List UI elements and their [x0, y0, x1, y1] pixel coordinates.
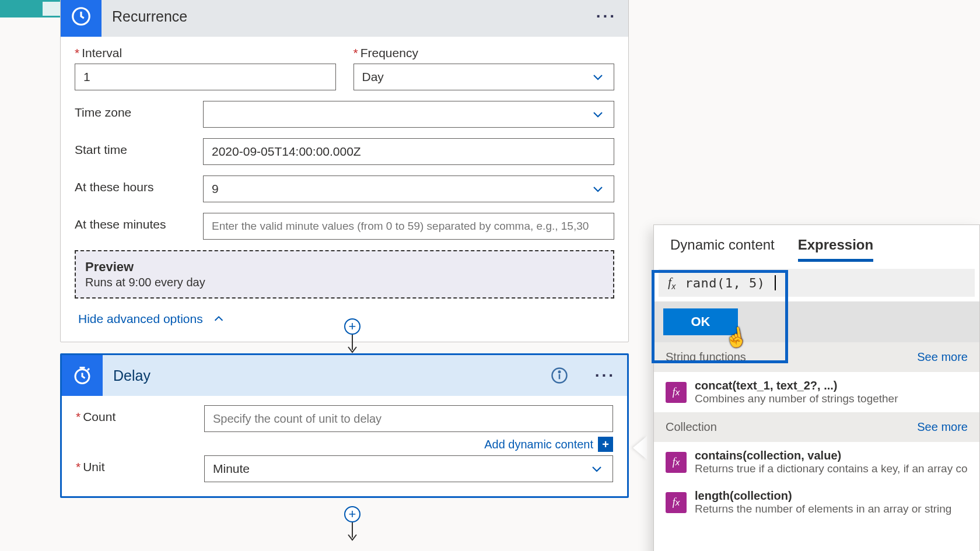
- chevron-down-icon: [590, 107, 606, 122]
- add-step-button[interactable]: +: [344, 318, 360, 335]
- hours-label: At these hours: [75, 176, 191, 194]
- string-functions-label: String functions: [666, 350, 746, 364]
- string-functions-header: String functions See more: [654, 342, 979, 372]
- length-signature: length(collection): [695, 489, 968, 503]
- chevron-down-icon: [590, 181, 606, 196]
- chevron-up-icon: [211, 311, 226, 327]
- formula-bar: fx rand(1, 5): [659, 269, 975, 297]
- unit-label: *Unit: [76, 455, 192, 474]
- callout-arrow-icon: [633, 436, 647, 459]
- minutes-input[interactable]: [203, 213, 614, 240]
- plus-icon[interactable]: +: [598, 437, 613, 452]
- frequency-dropdown[interactable]: Day: [354, 64, 615, 90]
- frequency-label: *Frequency: [354, 46, 615, 60]
- hide-advanced-label: Hide advanced options: [78, 312, 203, 326]
- contains-signature: contains(collection, value): [695, 449, 968, 462]
- fx-badge-icon: fx: [666, 382, 687, 403]
- unit-dropdown[interactable]: Minute: [204, 455, 613, 482]
- more-icon[interactable]: ···: [595, 366, 615, 385]
- minutes-label: At these minutes: [75, 213, 191, 231]
- preview-title: Preview: [85, 259, 604, 275]
- expression-panel: Dynamic content Expression fx rand(1, 5)…: [653, 224, 980, 551]
- delay-icon: [62, 355, 103, 396]
- info-icon[interactable]: [551, 367, 568, 384]
- chevron-down-icon: [589, 461, 604, 476]
- starttime-input[interactable]: [203, 138, 614, 165]
- chevron-down-icon: [590, 69, 606, 85]
- svg-point-5: [558, 371, 560, 373]
- frequency-value: Day: [362, 70, 384, 84]
- recurrence-icon: [61, 0, 102, 37]
- see-more-link[interactable]: See more: [917, 420, 968, 434]
- fx-icon: fx: [668, 275, 676, 291]
- hours-dropdown[interactable]: 9: [203, 176, 614, 202]
- ok-button[interactable]: OK: [663, 308, 738, 335]
- recurrence-title: Recurrence: [112, 8, 586, 25]
- panel-tabs: Dynamic content Expression: [654, 225, 979, 264]
- tab-dynamic-content[interactable]: Dynamic content: [670, 237, 775, 262]
- unit-value: Minute: [213, 462, 250, 476]
- tab-expression[interactable]: Expression: [798, 237, 873, 262]
- concat-signature: concat(text_1, text_2?, ...): [695, 379, 968, 392]
- timezone-label: Time zone: [75, 101, 191, 120]
- fx-badge-icon: fx: [666, 492, 687, 513]
- flow-connector: +: [344, 506, 360, 545]
- function-contains[interactable]: fx contains(collection, value) Returns t…: [654, 442, 979, 482]
- timezone-dropdown[interactable]: [203, 101, 614, 128]
- see-more-link[interactable]: See more: [917, 350, 968, 364]
- length-description: Returns the number of elements in an arr…: [695, 503, 968, 515]
- recurrence-header: Recurrence ···: [61, 0, 628, 37]
- delay-card: Delay ··· *Count Add dynamic content + *…: [60, 353, 629, 498]
- concat-description: Combines any number of strings together: [695, 392, 968, 405]
- text-caret: [775, 275, 776, 290]
- arrow-down-icon: [346, 522, 358, 545]
- function-length[interactable]: fx length(collection) Returns the number…: [654, 482, 979, 522]
- delay-header: Delay ···: [62, 355, 627, 396]
- hours-value: 9: [212, 182, 219, 196]
- more-icon[interactable]: ···: [596, 7, 617, 26]
- collection-header: Collection See more: [654, 412, 979, 442]
- next-step-icon: [2, 2, 43, 16]
- count-input[interactable]: [204, 405, 613, 432]
- preview-box: Preview Runs at 9:00 every day: [75, 250, 614, 299]
- starttime-label: Start time: [75, 138, 191, 157]
- contains-description: Returns true if a dictionary contains a …: [695, 462, 968, 475]
- delay-title: Delay: [113, 367, 540, 384]
- fx-badge-icon: fx: [666, 452, 687, 473]
- recurrence-card: Recurrence ··· *Interval *Frequency Day …: [60, 0, 629, 342]
- interval-input[interactable]: [75, 64, 336, 90]
- count-label: *Count: [76, 405, 192, 424]
- flow-connector: +: [344, 318, 360, 357]
- formula-input[interactable]: rand(1, 5): [685, 276, 765, 290]
- collection-label: Collection: [666, 420, 717, 434]
- add-step-button[interactable]: +: [344, 506, 360, 522]
- add-dynamic-content-link[interactable]: Add dynamic content: [484, 438, 593, 451]
- function-concat[interactable]: fx concat(text_1, text_2?, ...) Combines…: [654, 372, 979, 412]
- interval-label: *Interval: [75, 46, 336, 60]
- ok-row: OK: [654, 301, 979, 342]
- preview-text: Runs at 9:00 every day: [85, 276, 604, 289]
